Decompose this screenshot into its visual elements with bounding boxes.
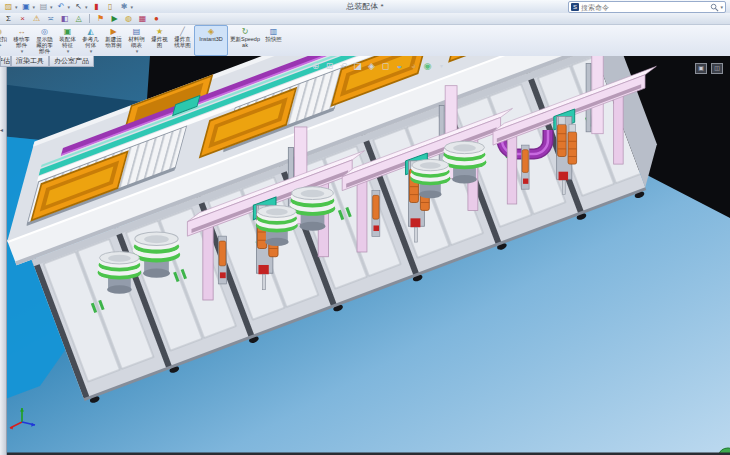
tools-toolbar: Σ × ⚠ ≍ ◧ ◬ ⚑ ▶ ◍ ▦ ● xyxy=(0,13,730,25)
chevron-down-icon[interactable]: ▾ xyxy=(136,48,139,54)
interference-detection-icon[interactable]: ⚠ xyxy=(31,14,42,24)
quick-access-toolbar: ▨▾ ▣▾ ▤▾ ↶▾ ↖▾ ▮ ▯ ✱▾ xyxy=(3,1,135,12)
rebuild-icon: ▮ xyxy=(91,1,102,12)
render-tools-icon[interactable]: ◍ xyxy=(123,14,134,24)
photoview-360-icon[interactable]: ⚑ xyxy=(95,14,106,24)
smart-fasteners-button[interactable]: ◉智能扣件 xyxy=(0,25,10,56)
bill-of-materials-icon: ▤ xyxy=(133,27,141,36)
assembly-features-button[interactable]: ▣装配体特征▾ xyxy=(56,25,79,56)
take-snapshot-button[interactable]: ▥拍快照 xyxy=(262,25,285,56)
toolbar-separator xyxy=(89,14,90,23)
ribbon-tabs: 评估 渲染工具 办公室产品 xyxy=(0,56,94,67)
toolbox-icon[interactable]: ▦ xyxy=(137,14,148,24)
move-component-icon: ↔ xyxy=(18,27,26,36)
command-manager-ribbon: ◉智能扣件 ↔移动零部件▾ ◎显示隐藏的零部件 ▣装配体特征▾ ◭参考几何体▾ … xyxy=(0,25,730,57)
undo-icon: ↶ xyxy=(56,1,67,12)
options-button[interactable]: ✱▾ xyxy=(119,1,134,12)
file-properties-button[interactable]: ▯ xyxy=(105,1,116,12)
heads-up-view-toolbar: ⊕ ⊞ ↶ ◪ ◈ ◻ ◒ ◕ ◉ ▾ xyxy=(306,58,451,73)
previous-view-icon[interactable]: ↶ xyxy=(338,60,349,72)
update-speedpak-button[interactable]: ↻更新Speedpak xyxy=(228,25,262,56)
tab-render-tools[interactable]: 渲染工具 xyxy=(11,56,49,67)
options-icon: ✱ xyxy=(119,1,130,12)
open-button[interactable]: ▨▾ xyxy=(3,1,18,12)
update-speedpak-icon: ↻ xyxy=(242,27,249,36)
smart-fasteners-icon: ◉ xyxy=(0,27,2,36)
assembly-visualization-icon[interactable]: ◬ xyxy=(73,14,84,24)
chevron-down-icon[interactable]: ▾ xyxy=(90,48,93,54)
flyout-arrow-icon[interactable]: ◂ xyxy=(0,126,5,135)
new-motion-study-icon: ▶ xyxy=(110,27,116,36)
show-hidden-components-button[interactable]: ◎显示隐藏的零部件 xyxy=(33,25,56,56)
split-window-icon[interactable]: ◫ xyxy=(711,63,723,74)
tab-office-products[interactable]: 办公室产品 xyxy=(49,56,94,67)
view-orientation-icon[interactable]: ◈ xyxy=(366,60,377,72)
save-icon: ▣ xyxy=(21,1,32,12)
delete-icon[interactable]: × xyxy=(17,14,28,24)
move-component-button[interactable]: ↔移动零部件▾ xyxy=(10,25,33,56)
select-cursor-icon: ↖ xyxy=(73,1,84,12)
edit-appearance-icon[interactable]: ◕ xyxy=(408,60,419,72)
document-window-buttons: ▣ ◫ xyxy=(695,63,723,74)
open-icon: ▨ xyxy=(3,1,14,12)
measure-icon[interactable]: ≍ xyxy=(45,14,56,24)
reference-geometry-button[interactable]: ◭参考几何体▾ xyxy=(79,25,102,56)
chevron-down-icon[interactable]: ▾ xyxy=(21,48,24,54)
command-search[interactable]: S ▾ xyxy=(568,1,726,13)
zoom-to-fit-icon[interactable]: ⊕ xyxy=(310,60,321,72)
chevron-down-icon[interactable]: ▾ xyxy=(67,48,70,54)
search-icon[interactable] xyxy=(710,3,719,12)
instant3d-button[interactable]: ◈Instant3D xyxy=(194,25,228,56)
chevron-down-icon[interactable]: ▾ xyxy=(131,4,134,10)
assembly-features-icon: ▣ xyxy=(64,27,72,36)
explode-line-sketch-icon: ╱ xyxy=(180,27,185,36)
appearance-icon[interactable]: ◧ xyxy=(59,14,70,24)
file-properties-icon: ▯ xyxy=(105,1,116,12)
reference-geometry-icon: ◭ xyxy=(87,27,93,36)
feature-manager-collapsed-panel[interactable]: ◂ xyxy=(0,56,7,455)
chevron-down-icon[interactable]: ▾ xyxy=(33,4,36,10)
chevron-down-icon[interactable]: ▾ xyxy=(50,4,53,10)
restore-window-icon[interactable]: ▣ xyxy=(695,63,707,74)
instant3d-icon: ◈ xyxy=(208,27,214,36)
solidworks-icon: S xyxy=(571,3,579,11)
view-settings-icon[interactable]: ▾ xyxy=(436,60,447,72)
print-icon: ▤ xyxy=(38,1,49,12)
title-bar: ▨▾ ▣▾ ▤▾ ↶▾ ↖▾ ▮ ▯ ✱▾ 总装配体 * S ▾ xyxy=(0,0,730,14)
exploded-view-button[interactable]: ★爆炸视图 xyxy=(148,25,171,56)
hide-show-items-icon[interactable]: ◒ xyxy=(394,60,405,72)
undo-button[interactable]: ↶▾ xyxy=(56,1,71,12)
rebuild-button[interactable]: ▮ xyxy=(91,1,102,12)
exploded-view-icon: ★ xyxy=(156,27,163,36)
chevron-down-icon[interactable]: ▾ xyxy=(85,4,88,10)
search-input[interactable] xyxy=(579,3,710,12)
display-style-icon[interactable]: ◻ xyxy=(380,60,391,72)
snapshot-manager-icon[interactable]: ● xyxy=(151,14,162,24)
chevron-down-icon[interactable]: ▾ xyxy=(15,4,18,10)
3d-scene[interactable] xyxy=(0,56,730,455)
chevron-down-icon[interactable]: ▾ xyxy=(68,4,71,10)
save-button[interactable]: ▣▾ xyxy=(21,1,36,12)
explode-line-sketch-button[interactable]: ╱爆炸直线草图 xyxy=(171,25,194,56)
show-hidden-components-icon: ◎ xyxy=(41,27,48,36)
section-view-icon[interactable]: ◪ xyxy=(352,60,363,72)
document-title: 总装配体 * xyxy=(200,0,530,13)
select-button[interactable]: ↖▾ xyxy=(73,1,88,12)
bill-of-materials-button[interactable]: ▤材料明细表▾ xyxy=(125,25,148,56)
apply-scene-icon[interactable]: ◉ xyxy=(422,60,433,72)
equations-icon[interactable]: Σ xyxy=(3,14,14,24)
zoom-to-area-icon[interactable]: ⊞ xyxy=(324,60,335,72)
new-motion-study-button[interactable]: ▶新建运动算例 xyxy=(102,25,125,56)
animation-icon[interactable]: ▶ xyxy=(109,14,120,24)
chevron-down-icon[interactable]: ▾ xyxy=(720,4,723,10)
take-snapshot-icon: ▥ xyxy=(270,27,278,36)
graphics-viewport[interactable]: ◂ ⊕ ⊞ ↶ ◪ ◈ ◻ ◒ ◕ ◉ ▾ ▣ ◫ xyxy=(0,56,730,455)
tab-evaluate[interactable]: 评估 xyxy=(0,56,11,67)
solidworks-window: ▨▾ ▣▾ ▤▾ ↶▾ ↖▾ ▮ ▯ ✱▾ 总装配体 * S ▾ Σ × ⚠ ≍… xyxy=(0,0,730,455)
print-button[interactable]: ▤▾ xyxy=(38,1,53,12)
